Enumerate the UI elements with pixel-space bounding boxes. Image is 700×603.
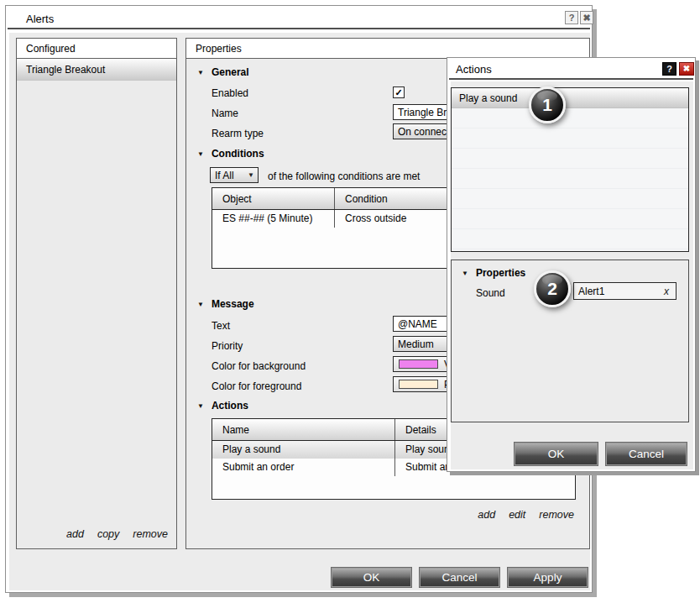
add-action-link[interactable]: add	[478, 509, 495, 521]
configured-list-item[interactable]: Triangle Breakout	[17, 59, 176, 81]
priority-label: Priority	[212, 340, 243, 352]
callout-badge-2: 2	[534, 270, 571, 307]
actions-section-title: Actions	[212, 400, 248, 412]
enabled-checkbox[interactable]: ✓	[393, 87, 405, 98]
chevron-down-icon: ▼	[248, 171, 254, 179]
remove-action-link[interactable]: remove	[539, 509, 574, 521]
object-column-header[interactable]: Object	[212, 188, 335, 209]
ok-button[interactable]: OK	[332, 568, 411, 587]
background-color-swatch	[399, 359, 438, 369]
apply-button[interactable]: Apply	[508, 568, 588, 587]
callout-badge-1: 1	[529, 87, 566, 123]
condition-match-value: If All	[215, 170, 234, 181]
enabled-label: Enabled	[212, 87, 248, 99]
rearm-type-label: Rearm type	[212, 128, 264, 139]
sound-label: Sound	[476, 287, 505, 299]
message-section-header[interactable]: ▼ Message	[197, 298, 254, 310]
action-properties-title: Properties	[476, 267, 525, 279]
conditions-section-title: Conditions	[212, 148, 264, 160]
copy-alert-link[interactable]: copy	[97, 528, 119, 540]
close-icon[interactable]: ✖	[580, 11, 593, 24]
ok-button[interactable]: OK	[515, 443, 598, 465]
configured-panel: Configured Triangle Breakout add copy re…	[16, 38, 177, 549]
actions-links: add edit remove	[478, 509, 574, 521]
action-name-cell: Play a sound	[212, 441, 395, 459]
name-label: Name	[212, 107, 238, 119]
configured-links: add copy remove	[66, 528, 168, 540]
collapse-arrow-icon[interactable]: ▼	[197, 150, 204, 158]
condition-object-cell: ES ##-## (5 Minute)	[212, 210, 335, 228]
configured-panel-header: Configured	[17, 39, 176, 59]
help-button[interactable]: ?	[565, 11, 578, 24]
color-foreground-label: Color for foreground	[212, 380, 301, 392]
clear-icon[interactable]: x	[664, 286, 669, 297]
actions-list-item[interactable]: Play a sound	[452, 88, 688, 108]
properties-panel-header: Properties	[186, 39, 589, 59]
foreground-color-swatch	[399, 380, 438, 389]
conditions-caption: of the following conditions are met	[268, 170, 420, 182]
actions-dialog-title: Actions	[456, 63, 492, 76]
edit-action-link[interactable]: edit	[509, 509, 525, 521]
page-background: Alerts ? ✖ Configured Triangle Breakout …	[0, 0, 700, 603]
cancel-button[interactable]: Cancel	[420, 568, 499, 587]
collapse-arrow-icon[interactable]: ▼	[197, 69, 204, 76]
actions-dialog: Actions ? ✖ Play a sound ▼ Properties So…	[447, 57, 696, 472]
add-alert-link[interactable]: add	[66, 528, 84, 540]
actions-titlebar[interactable]: Actions	[449, 60, 693, 80]
general-section-header[interactable]: ▼ General	[197, 66, 249, 78]
collapse-arrow-icon[interactable]: ▼	[197, 301, 204, 308]
message-section-title: Message	[212, 298, 254, 310]
collapse-arrow-icon[interactable]: ▼	[197, 402, 204, 410]
condition-match-dropdown[interactable]: If All ▼	[210, 167, 259, 183]
remove-alert-link[interactable]: remove	[133, 528, 168, 540]
conditions-section-header[interactable]: ▼ Conditions	[197, 148, 264, 160]
help-button[interactable]: ?	[662, 62, 676, 76]
color-background-label: Color for background	[212, 360, 306, 372]
sound-value: Alert1	[578, 286, 604, 297]
alerts-titlebar[interactable]: Alerts	[8, 8, 590, 29]
alerts-window-title: Alerts	[26, 13, 54, 25]
action-name-cell: Submit an order	[212, 459, 395, 476]
actions-section-header[interactable]: ▼ Actions	[197, 400, 248, 412]
sound-input[interactable]: Alert1 x	[573, 282, 676, 300]
cancel-button[interactable]: Cancel	[606, 443, 687, 465]
action-properties-header[interactable]: ▼ Properties	[462, 267, 525, 279]
collapse-arrow-icon[interactable]: ▼	[462, 270, 468, 277]
text-label: Text	[212, 320, 230, 332]
name-column-header[interactable]: Name	[212, 419, 395, 440]
general-section-title: General	[212, 66, 249, 78]
close-icon[interactable]: ✖	[679, 62, 694, 76]
actions-list[interactable]: Play a sound	[451, 87, 689, 252]
